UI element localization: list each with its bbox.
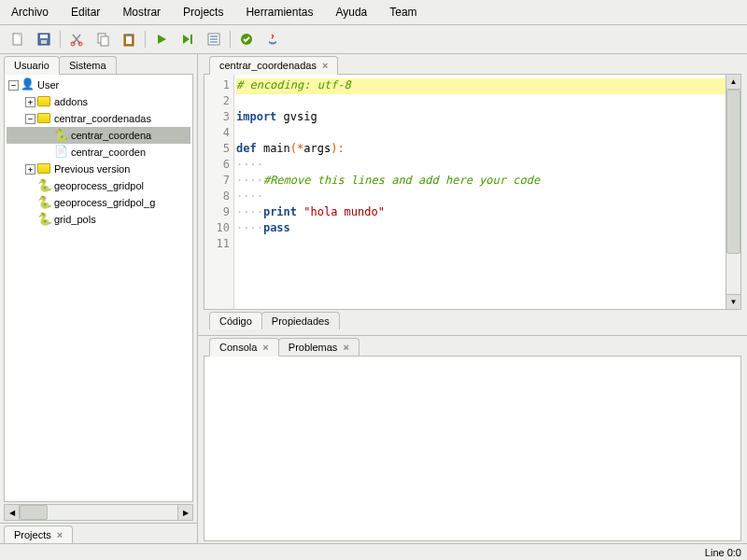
- svg-rect-12: [190, 35, 192, 44]
- tree-centrar-py[interactable]: 🐍centrar_coordena: [7, 127, 190, 144]
- left-panel: Usuario Sistema −👤User +addons −centrar_…: [0, 54, 198, 543]
- cut-icon[interactable]: [66, 29, 87, 49]
- scroll-down-icon[interactable]: ▼: [726, 294, 740, 309]
- run-icon[interactable]: [151, 29, 172, 49]
- tab-propiedades[interactable]: Propiedades: [261, 312, 340, 329]
- editor-region: centrar_coordenadas× 1234567891011 # enc…: [198, 54, 747, 329]
- tree-previous[interactable]: +Previous version: [7, 161, 190, 177]
- editor-file-tab[interactable]: centrar_coordenadas×: [209, 56, 338, 75]
- scroll-up-icon[interactable]: ▲: [726, 75, 740, 90]
- left-tabs: Usuario Sistema: [0, 56, 197, 74]
- menu-team[interactable]: Team: [378, 2, 428, 22]
- line-gutter: 1234567891011: [204, 75, 234, 309]
- main-area: Usuario Sistema −👤User +addons −centrar_…: [0, 54, 747, 543]
- menu-archivo[interactable]: Archivo: [0, 2, 60, 22]
- user-icon: 👤: [21, 77, 35, 92]
- svg-rect-10: [126, 36, 132, 44]
- java-icon[interactable]: [262, 29, 283, 49]
- editor-tabs: centrar_coordenadas×: [198, 56, 747, 74]
- cursor-position: Line 0:0: [705, 547, 741, 558]
- svg-rect-4: [41, 40, 47, 44]
- tree-centrar-other[interactable]: 📄centrar_coorden: [7, 144, 190, 161]
- python-icon: 🐍: [37, 178, 52, 193]
- save-icon[interactable]: [34, 29, 54, 49]
- console-output[interactable]: [204, 356, 741, 541]
- menubar: Archivo Editar Mostrar Projects Herramie…: [0, 0, 747, 25]
- close-icon[interactable]: ×: [262, 342, 268, 353]
- tree-grid[interactable]: 🐍grid_pols: [7, 211, 190, 228]
- menu-projects[interactable]: Projects: [172, 2, 234, 22]
- tab-projects[interactable]: Projects×: [4, 525, 73, 543]
- scroll-left-icon[interactable]: ◀: [5, 505, 20, 520]
- data-file-icon: 📄: [54, 145, 69, 160]
- console-tabs: Consola× Problemas×: [198, 338, 747, 356]
- folder-icon: [37, 161, 52, 176]
- menu-mostrar[interactable]: Mostrar: [111, 2, 172, 22]
- new-file-icon[interactable]: [7, 29, 28, 49]
- folder-icon: [37, 94, 52, 109]
- folder-icon: [37, 111, 52, 126]
- code-editor[interactable]: 1234567891011 # encoding: utf-8 import g…: [204, 74, 741, 310]
- run-alt-icon[interactable]: [177, 29, 198, 49]
- paste-icon[interactable]: [119, 29, 139, 49]
- copy-icon[interactable]: [92, 29, 113, 49]
- tree-geo1[interactable]: 🐍geoprocess_gridpol: [7, 177, 190, 194]
- file-tree[interactable]: −👤User +addons −centrar_coordenadas 🐍cen…: [4, 74, 193, 502]
- toolbar: [0, 25, 747, 54]
- right-area: centrar_coordenadas× 1234567891011 # enc…: [198, 54, 747, 543]
- svg-rect-11: [126, 34, 132, 36]
- tab-sistema[interactable]: Sistema: [59, 56, 117, 74]
- editor-vscrollbar[interactable]: ▲ ▼: [726, 75, 740, 309]
- tab-consola[interactable]: Consola×: [209, 338, 279, 357]
- check-icon[interactable]: [236, 29, 257, 49]
- tree-centrar-folder[interactable]: −centrar_coordenadas: [7, 110, 190, 127]
- svg-rect-1: [19, 34, 21, 36]
- python-icon: 🐍: [37, 212, 52, 227]
- scroll-right-icon[interactable]: ▶: [177, 505, 192, 520]
- tree-geo2[interactable]: 🐍geoprocess_gridpol_g: [7, 194, 190, 211]
- tab-problemas[interactable]: Problemas×: [278, 338, 359, 356]
- status-bar: Line 0:0: [0, 543, 747, 560]
- tab-usuario[interactable]: Usuario: [4, 56, 60, 75]
- close-icon[interactable]: ×: [57, 529, 63, 540]
- list-icon[interactable]: [204, 29, 224, 49]
- menu-ayuda[interactable]: Ayuda: [324, 2, 378, 22]
- svg-rect-8: [101, 36, 108, 46]
- left-bottom-tabs: Projects×: [0, 523, 197, 543]
- editor-bottom-tabs: Código Propiedades: [198, 310, 747, 329]
- tree-hscrollbar[interactable]: ◀ ▶: [4, 504, 193, 521]
- svg-rect-3: [40, 35, 48, 38]
- tree-addons[interactable]: +addons: [7, 93, 190, 110]
- tab-codigo[interactable]: Código: [209, 312, 262, 329]
- close-icon[interactable]: ×: [343, 342, 348, 353]
- python-icon: 🐍: [37, 195, 52, 210]
- python-icon: 🐍: [54, 128, 69, 143]
- menu-herramientas[interactable]: Herramientas: [234, 2, 324, 22]
- menu-editar[interactable]: Editar: [60, 2, 111, 22]
- close-icon[interactable]: ×: [322, 60, 328, 71]
- code-content[interactable]: # encoding: utf-8 import gvsig def main(…: [234, 75, 726, 309]
- console-region: Consola× Problemas×: [198, 335, 747, 543]
- tree-root-user[interactable]: −👤User: [7, 77, 190, 93]
